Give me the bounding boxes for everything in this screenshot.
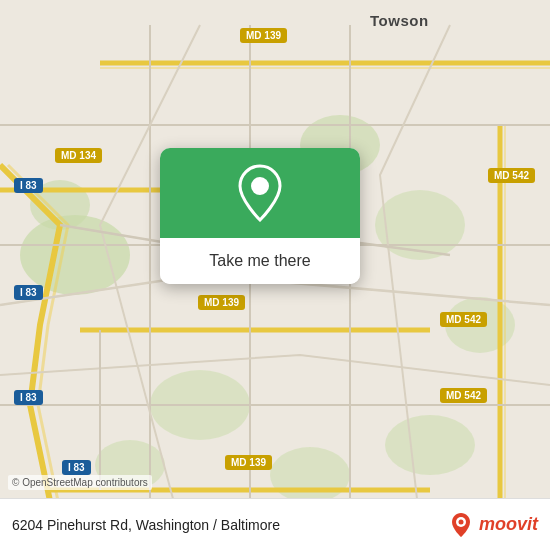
take-me-there-button[interactable]: Take me there bbox=[160, 238, 360, 284]
take-me-there-label: Take me there bbox=[209, 252, 310, 270]
svg-point-8 bbox=[270, 447, 350, 503]
road-badge-md134: MD 134 bbox=[55, 148, 102, 163]
svg-point-11 bbox=[458, 519, 463, 524]
svg-point-6 bbox=[385, 415, 475, 475]
popup-header bbox=[160, 148, 360, 238]
popup-card: Take me there bbox=[160, 148, 360, 284]
road-badge-i83-2: I 83 bbox=[14, 285, 43, 300]
moovit-text-label: moovit bbox=[479, 514, 538, 535]
bottom-bar: 6204 Pinehurst Rd, Washington / Baltimor… bbox=[0, 498, 550, 550]
address-label: 6204 Pinehurst Rd, Washington / Baltimor… bbox=[12, 517, 280, 533]
road-badge-i83-3: I 83 bbox=[14, 390, 43, 405]
map-container: Towson MD 139 MD 134 I 83 MD 542 I 83 MD… bbox=[0, 0, 550, 550]
road-badge-md542-2: MD 542 bbox=[440, 312, 487, 327]
road-badge-i83-4: I 83 bbox=[62, 460, 91, 475]
road-badge-md139-bottom: MD 139 bbox=[225, 455, 272, 470]
road-badge-md139-top: MD 139 bbox=[240, 28, 287, 43]
moovit-logo: moovit bbox=[447, 511, 538, 539]
copyright-text: © OpenStreetMap contributors bbox=[8, 475, 152, 490]
road-badge-md542-3: MD 542 bbox=[440, 388, 487, 403]
location-pin-icon bbox=[235, 164, 285, 222]
road-badge-md542-1: MD 542 bbox=[488, 168, 535, 183]
moovit-icon bbox=[447, 511, 475, 539]
road-badge-i83-1: I 83 bbox=[14, 178, 43, 193]
towson-label: Towson bbox=[370, 12, 429, 29]
road-badge-md139-mid: MD 139 bbox=[198, 295, 245, 310]
svg-point-9 bbox=[251, 177, 269, 195]
